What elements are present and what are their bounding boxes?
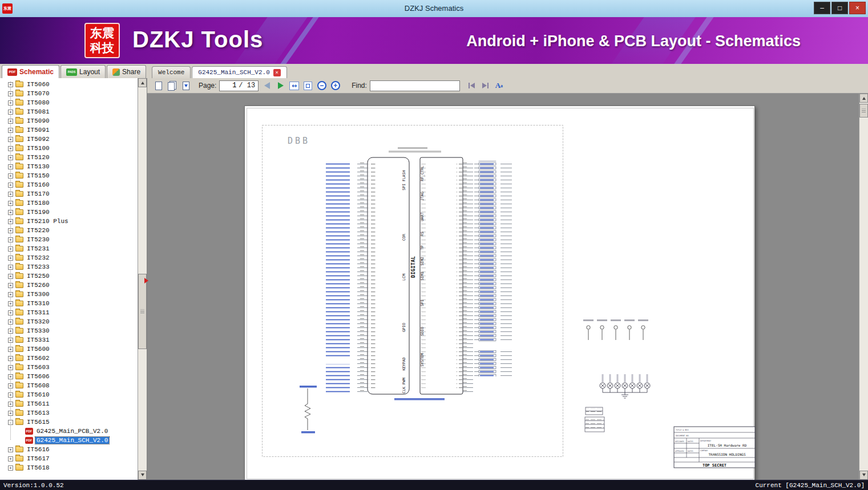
close-tab-icon[interactable]: × <box>273 69 281 76</box>
tree-item[interactable]: + IT5060 <box>0 80 138 89</box>
tree-item-label[interactable]: IT5617 <box>26 455 51 462</box>
tree-item-label[interactable]: IT5232 <box>26 254 51 261</box>
expand-toggle-icon[interactable]: + <box>8 110 13 115</box>
tree-item-label[interactable]: IT5602 <box>26 355 51 362</box>
tree-item[interactable]: + IT5091 <box>0 125 138 135</box>
tree-item[interactable]: + IT5618 <box>0 463 138 472</box>
scroll-up-icon[interactable] <box>138 78 147 87</box>
tree-item[interactable]: + IT5311 <box>0 308 138 317</box>
scroll-down-icon[interactable] <box>138 471 147 480</box>
expand-toggle-icon[interactable]: + <box>8 183 13 188</box>
tree-item-label[interactable]: IT5606 <box>26 373 51 380</box>
tree-item-label[interactable]: IT5180 <box>26 200 51 206</box>
expand-toggle-icon[interactable]: + <box>8 155 13 160</box>
tree-item-label[interactable]: IT5611 <box>26 400 51 407</box>
expand-toggle-icon[interactable]: + <box>8 137 13 142</box>
tree-item[interactable]: + IT5250 <box>0 272 138 281</box>
expand-toggle-icon[interactable]: + <box>8 374 13 379</box>
expand-toggle-icon[interactable]: + <box>8 91 13 96</box>
tree-item-label[interactable]: IT5233 <box>26 264 51 270</box>
tree-item[interactable]: + IT5310 <box>0 299 138 308</box>
expand-toggle-icon[interactable]: + <box>8 383 13 388</box>
tree-item[interactable]: + IT5160 <box>0 180 138 189</box>
tree-item-label[interactable]: IT5120 <box>26 154 51 161</box>
expand-toggle-icon[interactable]: + <box>8 82 13 87</box>
tree-item[interactable]: + IT5150 <box>0 171 138 180</box>
tree-item[interactable]: G2425_Main_SCH_V2.0 <box>0 436 138 445</box>
tree-item[interactable]: + IT5603 <box>0 363 138 372</box>
scrollbar-thumb[interactable] <box>138 274 147 349</box>
expand-toggle-icon[interactable]: + <box>8 119 13 124</box>
tree-item[interactable]: + IT5600 <box>0 345 138 354</box>
expand-toggle-icon[interactable]: + <box>8 265 13 270</box>
tree-item-label[interactable]: IT5081 <box>26 108 51 115</box>
tree-item-label[interactable]: IT5080 <box>26 99 51 106</box>
tree-item[interactable]: + IT5190 <box>0 208 138 217</box>
tree-item-label[interactable]: IT5616 <box>26 446 51 453</box>
tree-item-label[interactable]: IT5220 <box>26 227 51 234</box>
scroll-down-icon[interactable] <box>859 471 868 480</box>
tree-item[interactable]: + IT5130 <box>0 162 138 171</box>
tree-item-label[interactable]: IT5160 <box>26 181 51 188</box>
tree-item[interactable]: + IT5170 <box>0 189 138 199</box>
tree-item[interactable]: + IT5070 <box>0 89 138 98</box>
expand-toggle-icon[interactable]: + <box>8 237 13 242</box>
expand-toggle-icon[interactable]: + <box>8 356 13 361</box>
expand-toggle-icon[interactable]: + <box>8 192 13 197</box>
prev-page-icon[interactable] <box>261 80 272 91</box>
tree-item[interactable]: + IT5320 <box>0 317 138 326</box>
tree-item[interactable]: + IT5092 <box>0 135 138 144</box>
tree-item[interactable]: + IT5090 <box>0 116 138 125</box>
expand-toggle-icon[interactable]: + <box>8 283 13 288</box>
tree-item-label[interactable]: IT5190 <box>26 209 51 216</box>
find-prev-icon[interactable] <box>466 80 477 91</box>
expand-toggle-icon[interactable]: + <box>8 411 13 416</box>
expand-toggle-icon[interactable]: + <box>8 465 13 471</box>
expand-toggle-icon[interactable]: + <box>8 392 13 398</box>
tree-item[interactable]: - IT5615 <box>0 418 138 427</box>
tree-item-label[interactable]: IT5090 <box>26 118 51 124</box>
tree-item-label[interactable]: IT5210 Plus <box>26 218 70 225</box>
tree-item-label[interactable]: IT5250 <box>26 273 51 280</box>
tree-item[interactable]: + IT5233 <box>0 262 138 272</box>
tree-item-label[interactable]: IT5260 <box>26 282 51 289</box>
tree-item[interactable]: + IT5180 <box>0 199 138 208</box>
tree-item[interactable]: + IT5610 <box>0 390 138 399</box>
tree-item-label[interactable]: IT5615 <box>26 419 51 426</box>
expand-toggle-icon[interactable]: + <box>8 365 13 370</box>
expand-toggle-icon[interactable]: + <box>8 301 13 306</box>
tree-item[interactable]: + IT5120 <box>0 153 138 162</box>
find-next-icon[interactable] <box>480 80 491 91</box>
tree-item-label[interactable]: IT5170 <box>26 191 51 197</box>
viewer-scrollbar[interactable] <box>859 94 868 480</box>
find-input[interactable] <box>370 80 460 91</box>
expand-toggle-icon[interactable]: + <box>8 246 13 252</box>
tree-item-label[interactable]: IT5130 <box>26 163 51 170</box>
scroll-up-icon[interactable] <box>859 94 868 103</box>
tree-item-label[interactable]: IT5100 <box>26 145 51 152</box>
minimize-button[interactable]: – <box>814 2 830 14</box>
expand-toggle-icon[interactable]: + <box>8 128 13 133</box>
continuous-view-icon[interactable] <box>180 80 191 91</box>
two-page-view-icon[interactable] <box>167 80 177 91</box>
expand-toggle-icon[interactable]: + <box>8 447 13 452</box>
expand-toggle-icon[interactable]: + <box>8 228 13 233</box>
expand-toggle-icon[interactable]: + <box>8 402 13 407</box>
tree-item-label[interactable]: IT5610 <box>26 391 51 398</box>
close-button[interactable]: × <box>849 2 866 14</box>
expand-toggle-icon[interactable]: + <box>8 310 13 315</box>
expand-toggle-icon[interactable]: + <box>8 319 13 325</box>
tree-item-label[interactable]: IT5603 <box>26 364 51 371</box>
page-number-input[interactable] <box>223 81 237 90</box>
expand-toggle-icon[interactable]: + <box>8 100 13 106</box>
expand-toggle-icon[interactable]: + <box>8 256 13 261</box>
fit-width-icon[interactable] <box>289 80 300 91</box>
tree-item[interactable]: + IT5210 Plus <box>0 217 138 226</box>
font-size-icon[interactable]: a <box>494 80 504 91</box>
tree-item-label[interactable]: IT5613 <box>26 410 51 416</box>
tree-item[interactable]: + IT5230 <box>0 235 138 244</box>
tree-item[interactable]: + IT5300 <box>0 290 138 299</box>
tree-item[interactable]: + IT5613 <box>0 408 138 418</box>
tree-item-label[interactable]: IT5608 <box>26 382 51 389</box>
tree-item[interactable]: + IT5331 <box>0 335 138 345</box>
